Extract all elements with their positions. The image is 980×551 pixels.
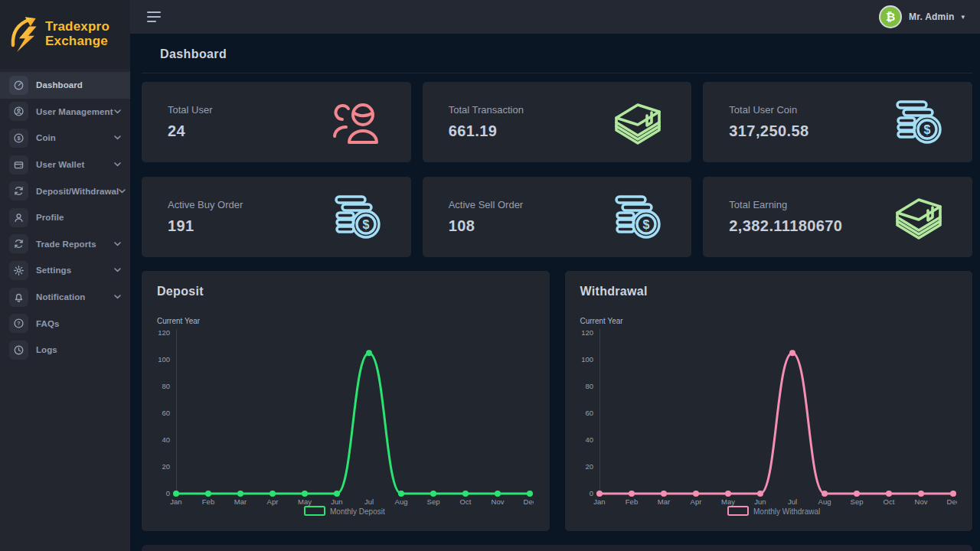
page-title: Dashboard	[160, 47, 954, 61]
svg-text:20: 20	[585, 462, 593, 471]
stat-value: 191	[168, 217, 243, 235]
chevron-down-icon	[114, 295, 121, 299]
settings-icon	[9, 261, 28, 280]
deposit-withdrawal-icon	[9, 181, 28, 201]
svg-text:Oct: Oct	[883, 497, 894, 506]
stat-value: 24	[168, 122, 213, 140]
sidebar-item-label: Logs	[36, 345, 57, 354]
svg-text:40: 40	[585, 435, 593, 444]
hamburger-menu-icon[interactable]	[145, 8, 162, 25]
svg-text:Feb: Feb	[202, 497, 214, 506]
chevron-down-icon	[114, 109, 121, 114]
profile-icon	[9, 208, 28, 227]
stat-card-active-sell-order: Active Sell Order 108 $	[423, 177, 692, 257]
chevron-down-icon	[114, 135, 121, 140]
svg-text:Aug: Aug	[818, 497, 831, 506]
brand-logo[interactable]: Tradexpro Exchange	[0, 0, 130, 69]
logs-icon	[9, 341, 28, 360]
stat-text: Total Earning 2,382.11180670	[729, 199, 842, 235]
chart-subtitle: Current Year	[580, 317, 958, 325]
svg-text:Sep: Sep	[850, 497, 863, 506]
stats-grid: Total User 24 Total Transaction 661.19 T…	[142, 82, 972, 257]
svg-text:Monthly Withdrawal: Monthly Withdrawal	[753, 507, 820, 516]
legend-monthly-withdrawal[interactable]: Monthly Withdrawal	[728, 507, 820, 516]
deposit-chart-card: Deposit Current Year020406080100120JanFe…	[142, 271, 550, 531]
svg-text:Jun: Jun	[754, 497, 766, 506]
svg-text:60: 60	[585, 409, 593, 417]
sidebar-item-logs[interactable]: Logs	[0, 337, 130, 364]
sidebar-item-settings[interactable]: Settings	[0, 257, 130, 284]
top-header: ₿ Mr. Admin ▾	[130, 0, 980, 34]
svg-text:Mar: Mar	[657, 497, 669, 506]
stat-text: Active Buy Order 191	[168, 199, 243, 235]
stat-card-total-transaction: Total Transaction 661.19	[423, 82, 692, 162]
sidebar-item-faqs[interactable]: ?FAQs	[0, 310, 130, 337]
dashboard-icon	[9, 76, 28, 95]
svg-text:40: 40	[162, 435, 170, 444]
sidebar-item-label: Deposit/Withdrawal	[36, 187, 119, 196]
svg-text:Jun: Jun	[331, 497, 342, 506]
chevron-down-icon	[114, 268, 121, 272]
stat-label: Total Earning	[729, 199, 842, 210]
chevron-down-icon: ▾	[961, 13, 965, 21]
chevron-down-icon	[114, 162, 121, 167]
stat-label: Active Buy Order	[168, 199, 243, 210]
sidebar-item-user-wallet[interactable]: User Wallet	[0, 152, 130, 178]
stat-card-total-user: Total User 24	[142, 82, 411, 162]
svg-text:Apr: Apr	[267, 497, 279, 506]
withdrawal-chart-canvas: 020406080100120JanFebMarAprMayJunJulAugS…	[580, 326, 957, 520]
sidebar-item-trade-reports[interactable]: Trade Reports	[0, 231, 130, 258]
next-section-card-partial	[142, 545, 972, 551]
sidebar-item-label: Coin	[36, 133, 56, 142]
legend-monthly-deposit[interactable]: Monthly Deposit	[305, 507, 385, 516]
stat-value: 661.19	[449, 122, 524, 140]
stat-card-total-earning: Total Earning 2,382.11180670	[703, 177, 972, 257]
chart-title: Deposit	[157, 285, 534, 298]
sidebar-item-deposit-withdrawal[interactable]: Deposit/Withdrawal	[0, 178, 130, 204]
sidebar-item-notification[interactable]: Notification	[0, 284, 130, 311]
faq-icon: ?	[9, 314, 28, 333]
sidebar-item-dashboard[interactable]: Dashboard	[0, 72, 130, 99]
svg-text:Nov: Nov	[914, 497, 927, 506]
svg-text:120: 120	[581, 328, 593, 337]
svg-text:?: ?	[17, 321, 20, 326]
sidebar-item-label: User Wallet	[36, 160, 84, 169]
svg-text:May: May	[721, 497, 735, 506]
svg-text:Jul: Jul	[787, 497, 796, 506]
svg-text:80: 80	[585, 382, 593, 390]
stat-card-total-user-coin: Total User Coin 317,250.58 $	[703, 82, 972, 162]
svg-text:$: $	[362, 217, 369, 230]
stat-card-active-buy-order: Active Buy Order 191 $	[142, 177, 411, 257]
stat-label: Total Transaction	[449, 104, 524, 116]
notification-icon	[9, 288, 28, 307]
stat-text: Total User Coin 317,250.58	[729, 104, 808, 140]
money-icon	[891, 194, 946, 241]
avatar: ₿	[879, 5, 902, 28]
coins-icon: $	[610, 194, 665, 241]
svg-text:Sep: Sep	[427, 497, 440, 506]
sidebar-item-label: Profile	[36, 213, 64, 222]
svg-text:Oct: Oct	[460, 497, 472, 506]
user-management-icon	[9, 102, 28, 121]
chart-subtitle: Current Year	[157, 317, 534, 325]
page-title-bar: Dashboard	[142, 34, 972, 73]
sidebar-item-profile[interactable]: Profile	[0, 204, 130, 231]
svg-text:120: 120	[158, 328, 170, 337]
stat-value: 2,382.11180670	[729, 217, 842, 235]
svg-text:100: 100	[158, 355, 170, 364]
stat-text: Active Sell Order 108	[449, 199, 524, 235]
wallet-icon	[9, 155, 28, 174]
svg-text:Jul: Jul	[364, 497, 374, 506]
svg-text:May: May	[298, 497, 312, 506]
coins-icon: $	[891, 99, 946, 146]
svg-text:Mar: Mar	[234, 497, 247, 506]
chart-title: Withdrawal	[580, 285, 958, 298]
sidebar-item-user-management[interactable]: User Management	[0, 99, 130, 126]
user-menu[interactable]: ₿ Mr. Admin ▾	[879, 5, 965, 28]
user-name: Mr. Admin	[909, 11, 954, 22]
sidebar-item-coin[interactable]: $Coin	[0, 125, 130, 152]
sidebar-item-label: Notification	[36, 292, 85, 302]
stat-text: Total Transaction 661.19	[449, 104, 524, 140]
withdrawal-chart-card: Withdrawal Current Year020406080100120Ja…	[565, 271, 973, 531]
svg-text:Feb: Feb	[625, 497, 637, 506]
